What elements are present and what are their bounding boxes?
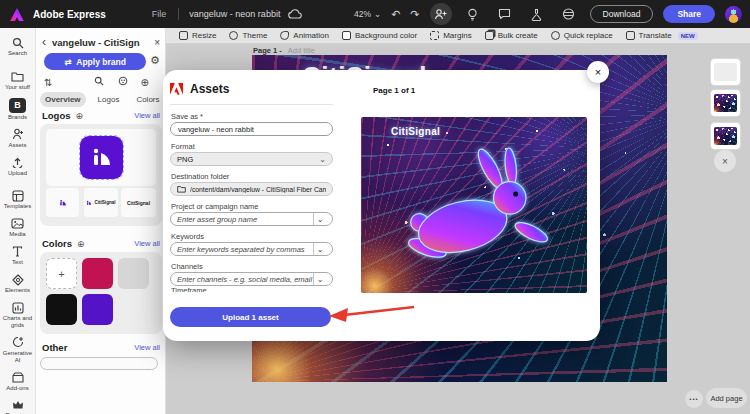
folder-icon — [11, 70, 24, 83]
chevron-down-icon: ⌄ — [313, 213, 326, 225]
comments-icon[interactable] — [494, 3, 516, 25]
page-thumbnail[interactable] — [711, 90, 740, 116]
brand-settings-gear-icon[interactable]: ⚙ — [150, 54, 160, 67]
media-icon — [11, 217, 24, 230]
channels-select[interactable]: Enter channels - e.g. social media, emai… — [170, 272, 333, 286]
quick-replace-icon — [551, 31, 560, 40]
avatar[interactable] — [725, 6, 742, 23]
primary-logo-tile[interactable] — [46, 129, 156, 186]
sidebar-item-add-ons[interactable]: Add-ons — [0, 368, 36, 396]
channels-label: Channels — [171, 262, 203, 271]
sidebar-item-premium[interactable]: Premium — [0, 395, 36, 414]
suggestions-icon[interactable] — [462, 3, 484, 25]
top-bar: Adobe Express File vangeluw - neon rabbi… — [0, 0, 750, 28]
color-swatch[interactable] — [46, 294, 77, 325]
download-button[interactable]: Download — [590, 5, 654, 23]
sidebar-item-assets[interactable]: Assets — [0, 125, 36, 153]
zoom-control[interactable]: 42% ⌄ — [354, 9, 381, 19]
other-asset-pill[interactable] — [40, 357, 158, 370]
add-ons-icon — [11, 371, 24, 384]
add-title-placeholder[interactable]: Add title — [288, 46, 315, 55]
app-title: Adobe Express — [33, 9, 106, 20]
preview-artwork-title: CitiSignal — [391, 126, 440, 137]
sidebar-item-your-stuff[interactable]: Your stuff — [0, 67, 36, 95]
add-asset-icon[interactable]: ⊕ — [140, 77, 148, 88]
keywords-select[interactable]: Enter keywords separated by commas ⌄ — [170, 242, 333, 256]
document-title[interactable]: vangeluw - neon rabbit — [189, 9, 280, 19]
topbar-right: 42% ⌄ ↶ ↷ Download Share — [354, 3, 750, 25]
undo-button[interactable]: ↶ — [391, 9, 400, 20]
invite-collaborators-button[interactable] — [430, 3, 452, 25]
annotation-arrow — [326, 300, 418, 326]
sidebar-item-upload[interactable]: Upload — [0, 153, 36, 181]
logos-view-all-link[interactable]: View all — [134, 111, 160, 120]
add-page-button[interactable]: Add page — [706, 388, 747, 408]
brand-panel-title: vangeluw - CitiSignal_ — [52, 37, 140, 48]
brands-panel: ‹ vangeluw - CitiSignal_ × ⇄ Apply brand… — [36, 28, 166, 414]
crown-icon — [11, 398, 24, 411]
bulk-create-button[interactable]: Bulk create — [485, 31, 538, 40]
redo-button[interactable]: ↷ — [410, 9, 419, 20]
add-color-icon[interactable]: ⊕ — [77, 239, 85, 249]
tab-overview[interactable]: Overview — [40, 92, 86, 107]
sidebar-item-templates[interactable]: Templates — [0, 186, 36, 214]
close-pages-rail-button[interactable]: × — [714, 150, 736, 172]
animation-button[interactable]: Animation — [280, 31, 329, 40]
background-color-button[interactable]: Background color — [342, 31, 417, 40]
translate-icon — [626, 31, 635, 40]
format-select[interactable]: PNG ⌄ — [170, 152, 333, 166]
tab-logos[interactable]: Logos — [93, 92, 125, 107]
color-swatch[interactable] — [82, 294, 113, 325]
print-icon[interactable] — [558, 3, 580, 25]
color-swatch[interactable] — [118, 258, 149, 289]
cloud-sync-icon[interactable] — [288, 9, 302, 19]
sidebar-item-brands[interactable]: B Brands — [0, 95, 36, 125]
margins-button[interactable]: Margins — [430, 31, 471, 40]
sidebar-item-text[interactable]: Text — [0, 242, 36, 270]
elements-icon — [11, 273, 24, 286]
quick-replace-button[interactable]: Quick replace — [551, 31, 613, 40]
chevron-down-icon: ⌄ — [319, 155, 326, 164]
add-swatch-tile[interactable]: + — [46, 258, 77, 289]
assets-icon — [11, 128, 24, 141]
panel-search-icon[interactable] — [94, 76, 104, 88]
page-thumbnail[interactable] — [711, 123, 740, 149]
apply-brand-button[interactable]: ⇄ Apply brand — [44, 53, 146, 70]
generative-ai-icon — [11, 336, 24, 349]
sidebar-item-search[interactable]: Search — [0, 33, 36, 61]
sidebar-item-media[interactable]: Media — [0, 214, 36, 242]
sidebar-item-charts-and-grids[interactable]: Charts and grids — [0, 298, 36, 333]
translate-button[interactable]: TranslateNEW — [626, 31, 698, 40]
close-dialog-button[interactable]: × — [587, 61, 609, 83]
more-options-button[interactable]: ••• — [685, 390, 703, 408]
close-panel-button[interactable]: × — [154, 37, 160, 48]
colors-heading: Colors — [42, 238, 72, 249]
asset-preview-image: CitiSignal — [361, 117, 587, 293]
colors-view-all-link[interactable]: View all — [134, 239, 160, 248]
other-view-all-link[interactable]: View all — [134, 343, 160, 352]
save-as-input[interactable]: vangeluw - neon rabbit — [170, 122, 333, 136]
sort-icon[interactable]: ⇅ — [44, 77, 52, 88]
sidebar-item-generative-ai[interactable]: Generative AI — [0, 333, 36, 368]
add-logo-icon[interactable]: ⊕ — [76, 111, 84, 121]
search-icon — [11, 36, 24, 49]
page-thumbnail[interactable] — [711, 59, 740, 85]
file-menu[interactable]: File — [152, 9, 167, 19]
logo-variant-tile[interactable]: CitiSignal — [84, 188, 118, 217]
color-swatch[interactable] — [82, 258, 113, 289]
resize-icon — [179, 31, 188, 40]
bulk-create-icon — [485, 31, 494, 40]
beta-labs-icon[interactable] — [526, 3, 548, 25]
palette-icon[interactable] — [118, 76, 128, 88]
theme-button[interactable]: Theme — [229, 31, 267, 40]
share-button[interactable]: Share — [663, 5, 715, 23]
chevron-down-icon: ⌄ — [313, 273, 326, 285]
resize-button[interactable]: Resize — [179, 31, 216, 40]
logo-variant-tile[interactable] — [46, 188, 79, 217]
project-name-select[interactable]: Enter asset group name ⌄ — [170, 212, 333, 226]
logo-variant-tile[interactable]: CitiSignal — [121, 188, 156, 217]
tab-colors[interactable]: Colors — [131, 92, 164, 107]
back-button[interactable]: ‹ — [42, 35, 46, 49]
upload-asset-button[interactable]: Upload 1 asset — [170, 307, 331, 327]
sidebar-item-elements[interactable]: Elements — [0, 270, 36, 298]
